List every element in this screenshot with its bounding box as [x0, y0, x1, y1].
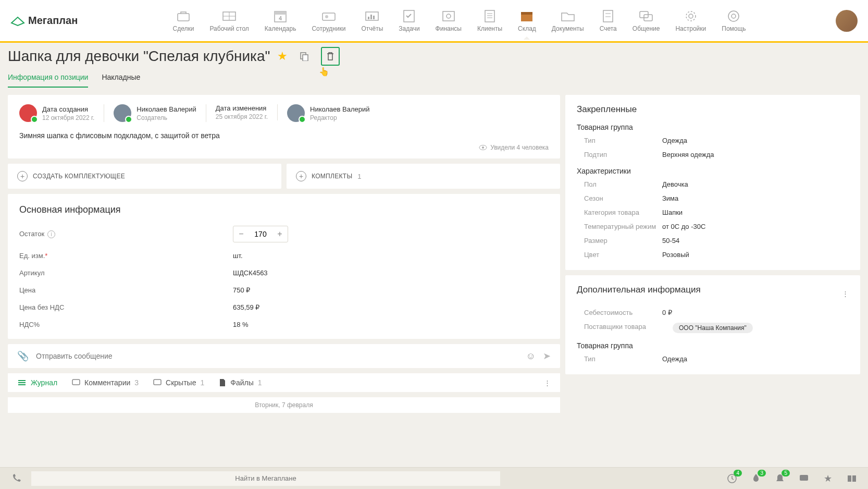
- svg-rect-38: [72, 380, 80, 385]
- supplier-chip[interactable]: ООО "Наша Компания": [673, 323, 753, 333]
- hidden-count: 1: [200, 378, 204, 387]
- quantity-stepper[interactable]: − +: [233, 226, 288, 242]
- created-date: 12 октября 2022 г.: [42, 114, 94, 121]
- bundles-button[interactable]: + КОМПЛЕКТЫ 1: [287, 164, 560, 189]
- modified-date: 25 октября 2022 г.: [216, 113, 268, 120]
- vat-label: НДС%: [19, 321, 233, 328]
- top-nav: Мегаплан Сделки Рабочий стол 4Календарь …: [0, 0, 868, 42]
- more-button[interactable]: ⋮: [544, 379, 551, 387]
- bundles-label: КОМПЛЕКТЫ: [312, 173, 352, 180]
- nav-help[interactable]: Помощь: [722, 9, 746, 32]
- stock-input[interactable]: [249, 230, 272, 238]
- page-title: Шапка для девочки "Спелая клубника": [8, 48, 270, 65]
- delete-button[interactable]: [321, 47, 340, 66]
- row-stock: Остатокi − +: [19, 226, 549, 242]
- nav-desktop[interactable]: Рабочий стол: [210, 9, 249, 32]
- nav-items: Сделки Рабочий стол 4Календарь Сотрудник…: [93, 9, 825, 32]
- nav-label: Сделки: [173, 25, 194, 32]
- bundles-count: 1: [357, 173, 361, 180]
- plus-icon: +: [17, 171, 28, 181]
- tab-comments[interactable]: Комментарии 3: [72, 378, 139, 387]
- nav-label: Клиенты: [477, 25, 502, 32]
- tab-invoices[interactable]: Накладные: [102, 70, 140, 88]
- nav-warehouse[interactable]: Склад: [518, 9, 536, 32]
- files-label: Файлы: [230, 378, 253, 387]
- nav-reports[interactable]: Отчёты: [361, 9, 383, 32]
- stock-label: Остаток: [19, 230, 44, 238]
- info-heading: Основная информация: [19, 204, 549, 215]
- nav-invoices[interactable]: Счета: [600, 9, 617, 32]
- send-icon[interactable]: ➤: [543, 350, 551, 362]
- svg-rect-11: [370, 15, 372, 19]
- color-label: Цвет: [584, 251, 662, 259]
- nav-settings[interactable]: Настройки: [675, 9, 706, 32]
- price-value: 750 ₽: [233, 286, 250, 294]
- sku-value: ШДСК4563: [233, 269, 268, 277]
- tab-hidden[interactable]: Скрытые 1: [153, 378, 204, 387]
- nav-documents[interactable]: Документы: [552, 9, 584, 32]
- attach-icon[interactable]: 📎: [17, 350, 29, 362]
- meta-modified: Дата изменения25 октября 2022 г.: [216, 104, 278, 120]
- col-left: Дата создания12 октября 2022 г. Николаев…: [8, 95, 560, 413]
- meta-editor: Николаев ВалерийРедактор: [287, 104, 379, 122]
- message-input[interactable]: [36, 352, 519, 360]
- nav-finance[interactable]: Финансы: [436, 9, 462, 32]
- tab-files[interactable]: Файлы 1: [219, 378, 262, 387]
- nav-employees[interactable]: Сотрудники: [312, 9, 345, 32]
- views[interactable]: Увидели 4 человека: [19, 144, 549, 151]
- comments-label: Комментарии: [84, 378, 130, 387]
- temp-label: Температурный режим: [584, 223, 662, 230]
- svg-rect-22: [603, 10, 613, 22]
- avatar[interactable]: [114, 104, 131, 122]
- svg-rect-14: [443, 11, 454, 21]
- tab-info[interactable]: Информация о позиции: [8, 70, 88, 88]
- svg-rect-12: [373, 16, 375, 19]
- temp-value: от 0С до -30С: [662, 223, 705, 230]
- star-icon[interactable]: ★: [277, 50, 288, 63]
- nav-tasks[interactable]: Задачи: [399, 9, 419, 32]
- avatar[interactable]: [19, 104, 37, 122]
- copy-button[interactable]: [295, 47, 314, 66]
- meta-row: Дата создания12 октября 2022 г. Николаев…: [19, 104, 549, 122]
- views-text: Увидели 4 человека: [490, 144, 549, 151]
- extra-heading: Дополнительная информация: [577, 285, 701, 295]
- eye-icon: [479, 144, 487, 151]
- emoji-icon[interactable]: ☺: [526, 351, 536, 362]
- meta-creator: Николаев ВалерийСоздатель: [114, 104, 206, 122]
- hidden-icon: [153, 379, 162, 386]
- nav-label: Счета: [600, 25, 617, 32]
- description: Зимняя шапка с флисовым подкладом, с защ…: [19, 131, 549, 140]
- unit-label: Ед. изм.: [19, 252, 45, 260]
- nav-clients[interactable]: Клиенты: [477, 9, 502, 32]
- meta-card: Дата создания12 октября 2022 г. Николаев…: [8, 95, 560, 158]
- created-label: Дата создания: [42, 105, 94, 113]
- plus-icon: +: [296, 171, 306, 181]
- file-icon: [219, 378, 226, 387]
- nav-label: Общение: [633, 25, 660, 32]
- nav-deals[interactable]: Сделки: [173, 9, 194, 32]
- info-icon[interactable]: i: [47, 230, 55, 238]
- plus-button[interactable]: +: [272, 226, 288, 242]
- nav-label: Помощь: [722, 25, 746, 32]
- supplier-label: Поставщики товара: [584, 323, 673, 333]
- svg-point-30: [731, 14, 736, 18]
- nav-calendar[interactable]: 4Календарь: [265, 9, 296, 32]
- user-avatar[interactable]: [836, 10, 858, 32]
- minus-button[interactable]: −: [233, 226, 249, 242]
- price-label: Цена: [19, 286, 233, 294]
- nav-chat[interactable]: Общение: [633, 9, 660, 32]
- svg-rect-32: [303, 55, 308, 61]
- type-label2: Тип: [584, 355, 662, 363]
- journal-icon: [17, 379, 27, 386]
- svg-rect-16: [485, 10, 494, 22]
- files-count: 1: [258, 378, 262, 387]
- tab-journal[interactable]: Журнал: [17, 378, 57, 387]
- create-component-button[interactable]: + СОЗДАТЬ КОМПЛЕКТУЮЩЕЕ: [8, 164, 281, 189]
- log-tabs: Журнал Комментарии 3 Скрытые 1 Файлы 1: [8, 373, 560, 392]
- hidden-label: Скрытые: [166, 378, 196, 387]
- cost-label: Себестоимость: [584, 309, 662, 316]
- logo[interactable]: Мегаплан: [10, 15, 78, 27]
- color-value: Розовый: [662, 251, 689, 259]
- more-button[interactable]: ⋮: [842, 290, 849, 298]
- avatar[interactable]: [287, 104, 305, 122]
